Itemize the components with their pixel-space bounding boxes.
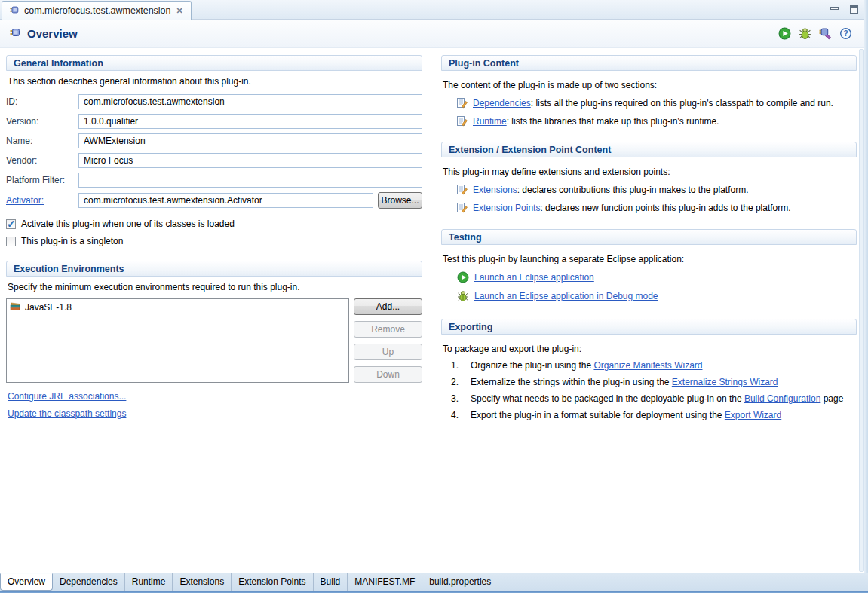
minimize-icon[interactable] bbox=[830, 7, 839, 10]
field-row-platform-filter: Platform Filter: bbox=[6, 173, 422, 188]
remove-button[interactable]: Remove bbox=[354, 321, 422, 338]
launch-eclipse-bullet: Launch an Eclipse application bbox=[457, 271, 857, 283]
debug-icon bbox=[457, 290, 469, 302]
extensions-bullet: Extensions: declares contributions this … bbox=[457, 184, 857, 195]
configure-jre-associations-link[interactable]: Configure JRE associations... bbox=[8, 391, 126, 402]
testing-header: Testing bbox=[441, 229, 857, 245]
extensions-link[interactable]: Extensions bbox=[473, 185, 517, 195]
left-column: General Information This section describ… bbox=[6, 55, 422, 419]
activate-checkbox-label: Activate this plug-in when one of its cl… bbox=[21, 219, 235, 229]
help-icon[interactable]: ? bbox=[839, 27, 852, 40]
add-button[interactable]: Add... bbox=[354, 298, 422, 315]
dependencies-text: : lists all the plug-ins required on thi… bbox=[531, 98, 833, 109]
bottom-tab-bar: Overview Dependencies Runtime Extensions… bbox=[0, 573, 868, 591]
execution-environments-body: JavaSE-1.8 Add... Remove Up Down bbox=[6, 298, 422, 383]
list-item-javase[interactable]: JavaSE-1.8 bbox=[8, 301, 347, 314]
run-icon bbox=[457, 271, 469, 283]
execution-environments-list: JavaSE-1.8 bbox=[6, 298, 349, 383]
general-information-section: General Information This section describ… bbox=[6, 55, 422, 246]
activate-checkbox-row[interactable]: Activate this plug-in when one of its cl… bbox=[6, 219, 422, 229]
id-input[interactable] bbox=[78, 94, 422, 109]
step-pre: Organize the plug-in using the bbox=[471, 360, 593, 371]
vertical-scrollbar[interactable] bbox=[859, 49, 864, 572]
run-icon[interactable] bbox=[778, 27, 791, 40]
page-edit-icon bbox=[457, 97, 468, 109]
down-button[interactable]: Down bbox=[354, 366, 422, 383]
browse-button[interactable]: Browse... bbox=[378, 192, 422, 209]
svg-text:?: ? bbox=[843, 29, 848, 38]
singleton-checkbox-row[interactable]: This plug-in is a singleton bbox=[6, 236, 422, 246]
right-column: Plug-in Content The content of the plug-… bbox=[441, 55, 857, 436]
tab-extension-points[interactable]: Extension Points bbox=[232, 573, 313, 591]
step-pre: Externalize the strings within the plug-… bbox=[471, 377, 672, 387]
update-classpath-settings-link[interactable]: Update the classpath settings bbox=[8, 408, 126, 419]
extension-points-link[interactable]: Extension Points bbox=[473, 203, 540, 213]
exporting-header: Exporting bbox=[441, 319, 857, 335]
execution-environments-section: Execution Environments Specify the minim… bbox=[6, 261, 422, 419]
debug-icon[interactable] bbox=[799, 27, 811, 40]
exporting-step-4: 4. Export the plug-in in a format suitab… bbox=[451, 410, 857, 420]
activate-checkbox[interactable] bbox=[6, 219, 16, 229]
activator-link[interactable]: Activator: bbox=[6, 195, 78, 206]
version-label: Version: bbox=[6, 116, 78, 127]
exporting-intro: To package and export the plug-in: bbox=[443, 344, 857, 354]
dependencies-link[interactable]: Dependencies bbox=[473, 98, 531, 109]
step-text: Organize the plug-in using the Organize … bbox=[471, 360, 702, 371]
general-information-form: ID: Version: Name: Vendor: Platform Filt… bbox=[6, 94, 422, 209]
singleton-checkbox[interactable] bbox=[6, 237, 16, 246]
externalize-strings-wizard-link[interactable]: Externalize Strings Wizard bbox=[672, 377, 778, 387]
tab-dependencies[interactable]: Dependencies bbox=[53, 573, 125, 591]
build-configuration-link[interactable]: Build Configuration bbox=[744, 393, 820, 404]
testing-intro: Test this plug-in by launching a separat… bbox=[443, 254, 857, 264]
activator-input[interactable] bbox=[78, 193, 373, 208]
maximize-icon[interactable] bbox=[850, 5, 858, 14]
version-input[interactable] bbox=[78, 114, 422, 129]
name-input[interactable] bbox=[78, 133, 422, 148]
tab-build[interactable]: Build bbox=[314, 573, 348, 591]
step-text: Externalize the strings within the plug-… bbox=[471, 377, 778, 387]
execution-environments-buttons: Add... Remove Up Down bbox=[354, 298, 422, 383]
dependencies-bullet: Dependencies: lists all the plug-ins req… bbox=[457, 97, 857, 109]
page-title-label: Overview bbox=[27, 27, 78, 40]
editor-tab-manifest[interactable]: com.microfocus.test.awmextension ✕ bbox=[2, 1, 192, 20]
step-post: page bbox=[820, 393, 843, 404]
extension-content-section: Extension / Extension Point Content This… bbox=[441, 142, 857, 213]
testing-section: Testing Test this plug-in by launching a… bbox=[441, 229, 857, 302]
field-row-version: Version: bbox=[6, 114, 422, 129]
plugin-icon bbox=[9, 26, 21, 41]
export-plugin-icon[interactable] bbox=[819, 27, 832, 40]
close-icon[interactable]: ✕ bbox=[176, 6, 184, 16]
step-pre: Specify what needs to be packaged in the… bbox=[471, 393, 744, 404]
tab-build-properties[interactable]: build.properties bbox=[422, 573, 498, 591]
form-header: Overview bbox=[0, 20, 864, 48]
vendor-input[interactable] bbox=[78, 153, 422, 168]
window-right-frame bbox=[864, 0, 868, 591]
tab-extensions[interactable]: Extensions bbox=[173, 573, 232, 591]
runtime-link[interactable]: Runtime bbox=[473, 116, 507, 127]
launch-eclipse-link[interactable]: Launch an Eclipse application bbox=[474, 272, 594, 283]
runtime-bullet: Runtime: lists the libraries that make u… bbox=[457, 115, 857, 127]
dependencies-line: Dependencies: lists all the plug-ins req… bbox=[473, 98, 833, 109]
extension-points-line: Extension Points: declares new function … bbox=[473, 203, 791, 213]
platform-filter-input[interactable] bbox=[78, 173, 422, 188]
extension-content-header: Extension / Extension Point Content bbox=[441, 142, 857, 157]
export-wizard-link[interactable]: Export Wizard bbox=[725, 410, 781, 420]
extension-points-bullet: Extension Points: declares new function … bbox=[457, 202, 857, 213]
field-row-vendor: Vendor: bbox=[6, 153, 422, 168]
header-actions: ? bbox=[778, 27, 852, 40]
plugin-content-intro: The content of the plug-in is made up of… bbox=[443, 80, 857, 90]
singleton-checkbox-label: This plug-in is a singleton bbox=[21, 236, 123, 246]
tab-overview[interactable]: Overview bbox=[0, 573, 53, 591]
tab-runtime[interactable]: Runtime bbox=[125, 573, 173, 591]
up-button[interactable]: Up bbox=[354, 344, 422, 360]
editor-tab-bar: com.microfocus.test.awmextension ✕ bbox=[0, 0, 868, 20]
plugin-content-section: Plug-in Content The content of the plug-… bbox=[441, 55, 857, 127]
organize-manifests-wizard-link[interactable]: Organize Manifests Wizard bbox=[593, 360, 702, 371]
extension-content-intro: This plug-in may define extensions and e… bbox=[443, 167, 857, 177]
step-pre: Export the plug-in in a format suitable … bbox=[471, 410, 725, 420]
extensions-line: Extensions: declares contributions this … bbox=[473, 185, 749, 195]
extensions-text: : declares contributions this plug-in ma… bbox=[517, 185, 749, 195]
extension-points-text: : declares new function points this plug… bbox=[540, 203, 790, 213]
tab-manifest-mf[interactable]: MANIFEST.MF bbox=[348, 573, 422, 591]
launch-debug-link[interactable]: Launch an Eclipse application in Debug m… bbox=[474, 291, 658, 301]
